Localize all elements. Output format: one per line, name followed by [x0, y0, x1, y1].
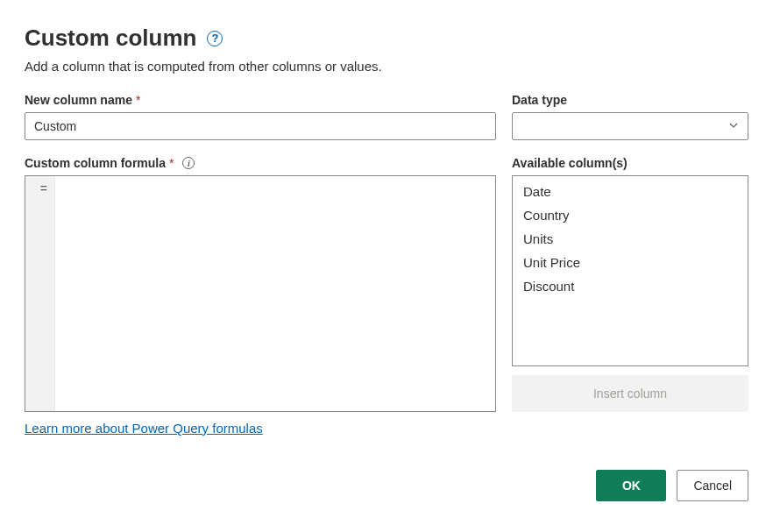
insert-column-button[interactable]: Insert column	[512, 375, 748, 412]
column-name-input[interactable]	[25, 112, 496, 140]
help-icon[interactable]: ?	[207, 31, 223, 46]
form-row-top: New column name * Data type	[25, 93, 748, 140]
list-item[interactable]: Unit Price	[513, 251, 748, 274]
formula-gutter: =	[25, 176, 55, 411]
column-name-field: New column name *	[25, 93, 496, 140]
cancel-button[interactable]: Cancel	[677, 470, 748, 501]
list-item[interactable]: Discount	[513, 274, 748, 298]
dialog-subtitle: Add a column that is computed from other…	[25, 59, 748, 74]
list-item[interactable]: Date	[513, 180, 748, 203]
formula-editor: =	[25, 175, 496, 412]
dialog-title: Custom column	[25, 25, 196, 52]
list-item[interactable]: Units	[513, 227, 748, 251]
formula-textarea[interactable]	[55, 176, 495, 411]
data-type-label: Data type	[512, 93, 748, 107]
form-row-main: Custom column formula * i = Learn more a…	[25, 156, 748, 436]
info-icon[interactable]: i	[182, 157, 195, 169]
formula-label: Custom column formula * i	[25, 156, 496, 170]
dialog-header: Custom column ?	[25, 25, 748, 52]
available-columns-label: Available column(s)	[512, 156, 748, 170]
list-item[interactable]: Country	[513, 203, 748, 227]
formula-label-text: Custom column formula	[25, 156, 166, 170]
formula-field: Custom column formula * i = Learn more a…	[25, 156, 496, 436]
data-type-dropdown[interactable]	[512, 112, 748, 140]
learn-more-link[interactable]: Learn more about Power Query formulas	[25, 421, 263, 436]
chevron-down-icon	[728, 119, 739, 133]
available-columns-label-text: Available column(s)	[512, 156, 628, 170]
required-asterisk: *	[136, 93, 140, 107]
available-columns-field: Available column(s) Date Country Units U…	[512, 156, 748, 436]
column-name-label: New column name *	[25, 93, 496, 107]
dialog-footer: OK Cancel	[25, 470, 748, 501]
data-type-label-text: Data type	[512, 93, 567, 107]
custom-column-dialog: Custom column ? Add a column that is com…	[25, 25, 748, 501]
column-name-label-text: New column name	[25, 93, 132, 107]
ok-button[interactable]: OK	[596, 470, 666, 501]
available-columns-list: Date Country Units Unit Price Discount	[512, 175, 748, 366]
data-type-field: Data type	[512, 93, 748, 140]
required-asterisk: *	[169, 156, 174, 170]
